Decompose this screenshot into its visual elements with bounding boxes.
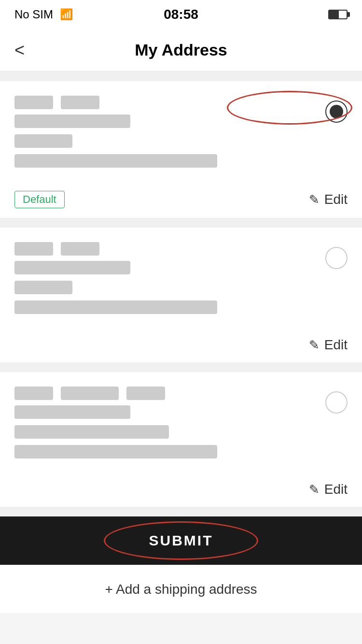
section-divider-4	[0, 507, 362, 516]
edit-label-1: Edit	[324, 192, 348, 207]
address-footer-1: Default ✎ Edit	[14, 183, 348, 208]
address-info-1	[14, 96, 325, 173]
section-divider-2	[0, 218, 362, 228]
page-title: My Address	[135, 41, 227, 59]
status-left: No SIM 📶	[14, 8, 73, 21]
radio-inner-1	[330, 105, 343, 118]
address-phone-1	[14, 114, 316, 129]
name-blur-1	[14, 96, 53, 109]
section-divider-1	[0, 72, 362, 81]
address-card-3: ✎ Edit	[0, 372, 362, 507]
battery-icon	[328, 10, 348, 19]
edit-label-2: Edit	[324, 337, 348, 353]
address-detail-2	[14, 300, 316, 315]
address-info-2	[14, 242, 325, 320]
region-blur-3	[14, 425, 169, 439]
radio-button-1[interactable]	[325, 100, 348, 123]
default-badge: Default	[14, 191, 65, 208]
detail-blur-2	[14, 301, 217, 314]
edit-label-3: Edit	[324, 482, 348, 497]
detail-blur-1	[14, 154, 217, 168]
region-blur-2	[14, 281, 72, 294]
address-region-3	[14, 425, 316, 440]
address-phone-2	[14, 260, 316, 275]
edit-icon-3: ✎	[309, 482, 320, 497]
address-name-1	[14, 96, 316, 109]
submit-button[interactable]: SUBMIT	[0, 516, 362, 565]
address-name-3	[14, 386, 316, 400]
address-card-2: ✎ Edit	[0, 228, 362, 362]
submit-label: SUBMIT	[149, 532, 213, 549]
add-address-button[interactable]: + Add a shipping address	[0, 565, 362, 613]
address-footer-2: ✎ Edit	[14, 329, 348, 353]
region-blur-1	[14, 134, 72, 148]
radio-wrapper-1[interactable]	[325, 96, 348, 123]
add-address-label: + Add a shipping address	[105, 582, 257, 597]
address-card-1: Default ✎ Edit	[0, 81, 362, 218]
detail-blur-3	[14, 445, 217, 458]
back-button[interactable]: <	[14, 40, 25, 60]
address-name-2	[14, 242, 316, 256]
address-phone-3	[14, 405, 316, 420]
radio-button-2[interactable]	[325, 247, 348, 269]
address-row-2	[14, 242, 348, 320]
address-info-3	[14, 386, 325, 464]
status-bar: No SIM 📶 08:58	[0, 0, 362, 29]
address-detail-1	[14, 154, 316, 169]
status-right	[328, 10, 348, 19]
address-row-3	[14, 386, 348, 464]
name-blur-3	[14, 242, 53, 256]
name-blur-5	[14, 386, 53, 400]
edit-button-3[interactable]: ✎ Edit	[309, 482, 348, 497]
edit-button-1[interactable]: ✎ Edit	[309, 192, 348, 207]
phone-blur-3	[14, 405, 130, 419]
section-divider-3	[0, 362, 362, 372]
name-blur-7	[126, 386, 165, 400]
name-blur-6	[61, 386, 119, 400]
address-region-2	[14, 280, 316, 295]
carrier-label: No SIM	[14, 8, 53, 21]
nav-bar: < My Address	[0, 29, 362, 72]
name-blur-2	[61, 96, 99, 109]
edit-icon-2: ✎	[309, 338, 320, 353]
address-footer-3: ✎ Edit	[14, 474, 348, 497]
address-detail-3	[14, 444, 316, 459]
phone-blur-1	[14, 114, 130, 128]
submit-section: SUBMIT	[0, 516, 362, 565]
phone-blur-2	[14, 261, 130, 274]
address-region-1	[14, 134, 316, 149]
address-row-1	[14, 96, 348, 173]
radio-button-3[interactable]	[325, 391, 348, 414]
wifi-icon: 📶	[60, 8, 73, 21]
status-time: 08:58	[164, 7, 198, 22]
edit-icon-1: ✎	[309, 192, 320, 207]
edit-button-2[interactable]: ✎ Edit	[309, 337, 348, 353]
name-blur-4	[61, 242, 99, 256]
